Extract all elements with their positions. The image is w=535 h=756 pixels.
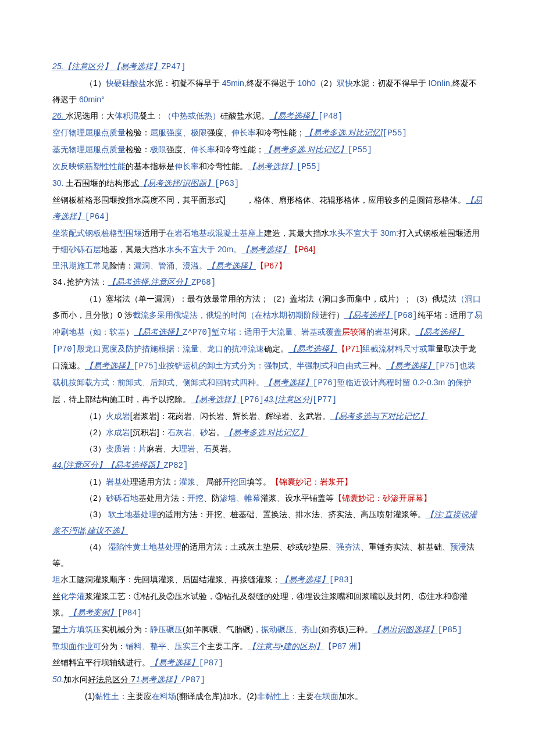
ref: [P55] [383,128,407,138]
txt: 石灰岩、砂 [167,428,208,437]
txt: 50. [52,675,63,684]
txt: 硅酸盐水泥。 [220,111,269,120]
txt: （2） [85,493,106,503]
txt: 和冷弯 [256,128,280,137]
tag: 【易考选择】 [288,344,337,353]
txt: ，格体、扇形格体、花辊形格体，应用较多的是圆筒形格体。 [226,195,466,205]
txt: 局部 [204,477,222,486]
txt: 强度、 [207,128,231,137]
txt: （1） [85,477,106,486]
txt: 丝 [52,592,60,601]
txt: 理岩、石 [179,444,212,453]
txt: 和冷弯性能。 [199,162,248,171]
txt: 岩。 [208,428,224,437]
ref: Z^P70] [183,328,212,337]
txt: 个主要工序。 [199,642,248,651]
ref: [P84] [117,608,142,618]
txt: 种。 [370,361,386,370]
tag: 【易考多选.对比记忆】 [224,428,308,437]
txt: 丝铺料宜平行坝轴线进行。 [52,658,150,667]
txt: 化学灌 [60,592,85,601]
line-44-1: （1）岩基处理适用方法：灌浆、 局部开挖回填等。【锦囊妙记：岩浆开】 [52,474,483,490]
line-44-4: （4） 湿陷性黄土地基处理的适用方法：土或灰土垫层、砂或砂垫层、强夯法、重锤夯实… [52,539,483,571]
txt: 在枯水期初期阶段 [255,310,320,320]
txt: 伸长率 [174,162,199,171]
txt: (如夯板)三种。 [318,625,372,634]
ref: 【P87 洲】 [324,642,365,651]
line-li: 里汛期施工常见险情：漏洞、管涌、漫溢。【易考选择】【P67】 [52,257,483,274]
tag: 【易考选择】 [269,111,318,120]
txt: 多而小，且分散 [52,310,109,320]
txt: 坐装配式钢板桩格型围堰 [52,228,142,238]
txt: [岩浆岩]：花岗岩、闪长岩、辉长岩、辉绿岩、玄武岩。 [130,411,330,421]
txt: 水泥：初凝不得早于 [353,78,429,88]
txt: 纯平堵：适用 [418,310,466,320]
txt: 主要 [298,691,314,701]
line-44-3: （3） 软土地基处理的适用方法：开挖、桩基础、置换法、排水法、挤实法、高压喷射灌… [52,506,483,539]
ref: [P55] [348,145,372,155]
txt: 基处用方法： [138,493,187,503]
line-30: 30. 土石围堰的结构形式【易考选择/识图题】[P63] [52,175,483,192]
txt: 在料场 [152,691,176,701]
txt: 检验： [126,145,150,154]
txt: 堑立堵：适 [212,327,252,336]
txt: （1） [85,78,106,88]
txt: （1）塞堵法（单一漏洞）：最有效最常用的方法；（2）盖堵法（洞口多而集中，成片）… [85,294,456,303]
line-si-hua: 丝化学灌浆灌浆工艺：①钻孔及②压水试验，③钻孔及裂缝的处理，④埋设注浆嘴和回浆嘴… [52,588,483,621]
txt: 软基 [109,327,126,336]
tag: 【注意与•建的区别】 [248,642,324,651]
txt: 水成岩 [106,428,130,437]
txt: 好法总区分 7 [88,675,135,684]
ref: [P76] [240,395,264,404]
txt: 开挖回 [222,477,247,486]
txt: 坦 [52,575,60,584]
tag: 【易考多选.对比记忆】 [264,145,348,154]
txt: 34. [52,278,67,287]
line-50: 50.加水问好法总区分 71易考选择】/P87] [52,671,483,688]
txt: 进行） [320,310,344,320]
tag: 【易考选择】 [248,162,297,171]
txt: ） [126,327,134,336]
txt: 伸长率 [191,145,215,154]
line-43-1: （1）火成岩[岩浆岩]：花岗岩、闪长岩、辉长岩、辉绿岩、玄武岩。【易考多选与下对… [52,408,483,424]
tag: 【易考选择】 [386,361,435,370]
txt: （4） [85,542,108,551]
txt: [沉积岩]： [130,428,167,437]
txt: 振动碾压、夯山 [261,625,318,634]
txt: 确定。 [264,344,288,353]
txt: 性能； [280,128,305,137]
txt: 理适用方法： [130,477,179,486]
tag: 【易考选择】 [207,261,256,270]
txt: 60min° [79,95,105,104]
ref: 【P71] [337,344,362,353]
txt: 土方填筑压 [60,625,101,634]
txt: 分为： [101,642,126,651]
txt: 里汛期施工常见 [52,261,109,270]
line-26: 26. 水泥选用：大体积混凝土：（中热或低热）硅酸盐水泥。【易考选择】[P48] [52,108,483,124]
txt: 黏性土： [95,691,127,701]
tag: 【易考选择】 [134,327,183,336]
txt: 基无物理屈服点质量 [52,145,126,154]
txt: 土石围堰的结构形 [66,178,131,188]
txt: 静压碾压 [150,625,183,634]
txt: 灌浆、 [179,477,204,486]
tag: 【易考选择/识图题】 [139,178,215,188]
txt: 火成岩 [106,411,130,421]
txt: 层，待上部结构施工时，再予以挖除。 [52,395,191,404]
ref: [P75] [134,361,158,371]
line-34: 34.抢护方法：【易考选择.注意区分】ZP68] [52,274,483,291]
txt: 用于大流量、岩基或覆盖 [252,327,342,336]
tag: 【锦囊妙记：砂渗开屏幕】 [334,493,431,503]
ref: [P87] [199,658,223,668]
ref: /P87] [181,675,205,685]
tag: 【易考选择】 [191,395,240,404]
txt: 流量、龙口的抗冲流速 [183,344,264,353]
tag: 【易考选择】 [280,575,329,584]
txt: 水工隧洞灌浆顺序：先回填灌浆、后固结灌浆、再接缝灌浆； [60,575,280,584]
txt: 业按铲运机的卸土方式分为： [158,361,264,370]
tag: 【锦囊妙记：岩浆开】 [271,477,352,486]
txt: (如羊脚碾、气胎碾)， [183,625,261,634]
txt: 水头不宜大于 20m。 [166,245,241,254]
ref: [P63] [215,179,239,188]
txt: 次反映钢筋塑性性能 [52,162,126,171]
